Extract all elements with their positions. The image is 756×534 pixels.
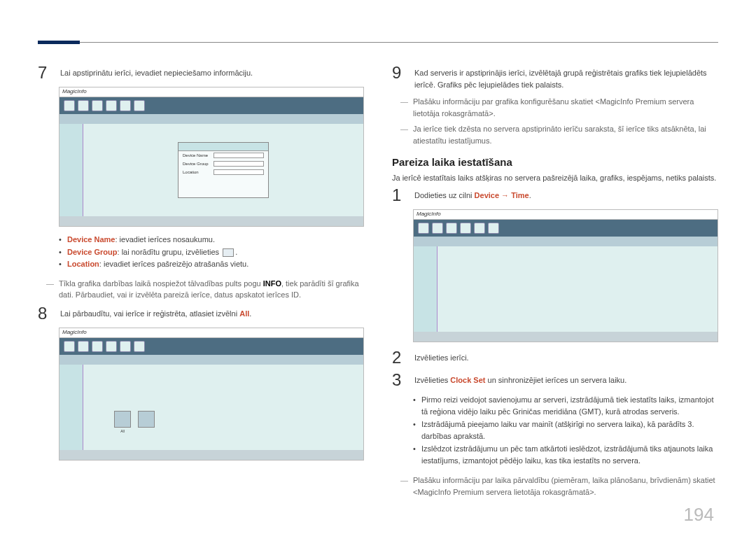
bullet-label: Device Group [67,248,118,256]
toolbar-icon [460,223,471,234]
step-number: 9 [392,64,406,90]
step-text: Lai pārbaudītu, vai ierīce ir reģistrēta… [60,305,364,322]
step-1: 1 Dodieties uz cilni Device → Time. [392,187,718,204]
app-titlebar [59,328,363,338]
toolbar-icon [432,223,443,234]
toolbar-icon [488,223,499,234]
view-icons [114,411,155,428]
note-text: Plašāku informāciju par laika pārvaldību… [413,476,715,496]
step-number: 8 [38,305,52,322]
note-text: Tīkla grafika darbības laikā nospiežot t… [59,279,263,288]
app-statusbar [59,450,363,460]
bullet-text: : lai norādītu grupu, izvēlieties [118,248,222,256]
bullet-item: Izslēdzot izstrādājumu un pēc tam atkārt… [413,443,718,468]
bullet-label: Device Name [67,235,115,244]
note-text: Plašāku informāciju par grafika konfigur… [413,97,694,118]
step-text: Kad serveris ir apstiprinājis ierīci, iz… [414,64,718,90]
app-titlebar [414,210,718,220]
app-toolbar [59,338,363,355]
bullet-item: Device Name: ievadiet ierīces nosaukumu. [59,234,364,246]
app-toolbar [59,97,363,114]
step-highlight: All [239,309,249,318]
toolbar-icon [134,341,145,352]
step-3: 3 Izvēlieties Clock Set un sinhronizējie… [392,372,718,388]
screenshot-device-time [413,209,718,342]
step-text-part: . [529,191,531,199]
field-label: Device Group [183,162,211,166]
step-text-part: Dodieties uz cilni [414,191,475,199]
right-column: 9 Kad serveris ir apstiprinājis ierīci, … [392,64,718,502]
bullet-text: : ievadiet ierīces pašreizējo atrašanās … [99,260,248,268]
bullet-item: Izstrādājumā pieejamo laiku var mainīt (… [413,419,718,443]
bullet-text: : ievadiet ierīces nosaukumu. [115,235,215,244]
dialog-header [178,143,268,151]
app-titlebar [59,87,363,97]
bullet-item: Pirmo reizi veidojot savienojumu ar serv… [413,394,718,419]
step-7: 7 Lai apstiprinātu ierīci, ievadiet nepi… [38,64,364,81]
note-info: Tīkla grafika darbības laikā nospiežot t… [46,278,364,301]
view-all-icon[interactable] [114,411,131,428]
bullet-label: Location [67,260,99,268]
app-statusbar [414,332,718,342]
toolbar-icon [446,223,457,234]
browse-icon[interactable] [223,248,234,257]
approve-dialog: Device Name Device Group Location [178,142,269,198]
dialog-row: Device Name [178,151,268,160]
field-label: Device Name [183,153,211,157]
toolbar-icon [78,100,89,111]
page-header-rule [38,42,718,43]
toolbar-icon [78,341,89,352]
screenshot-device-all: All [59,328,364,461]
app-main: All [83,365,363,450]
step-8: 8 Lai pārbaudītu, vai ierīce ir reģistrē… [38,305,364,322]
app-toolbar [414,220,718,237]
toolbar-icon [418,223,429,234]
bullet-item: Location: ievadiet ierīces pašreizējo at… [59,258,364,271]
content-columns: 7 Lai apstiprinātu ierīci, ievadiet nepi… [38,64,718,502]
note-bold: INFO [263,279,281,288]
time-bullets: Pirmo reizi veidojot savienojumu ar serv… [413,394,718,468]
app-subbar [59,355,363,365]
step-text-part: . [249,309,251,318]
note-time-manual: Plašāku informāciju par laika pārvaldību… [400,475,718,498]
toolbar-icon [106,341,117,352]
page-number: 194 [684,504,714,526]
step-text-part: un sinhronizējiet ierīces un servera lai… [486,376,627,384]
field-bullets: Device Name: ievadiet ierīces nosaukumu.… [59,234,364,271]
field-input[interactable] [214,169,264,175]
step-2: 2 Izvēlieties ierīci. [392,349,718,366]
step-text-part: Lai pārbaudītu, vai ierīce ir reģistrēta… [60,309,239,318]
app-main [438,246,718,332]
app-sidebar [59,124,83,226]
field-label: Location [183,170,211,174]
app-subbar [59,114,363,124]
toolbar-icon [92,341,103,352]
view-icon[interactable] [138,411,155,428]
toolbar-icon [64,100,75,111]
note-manual: Plašāku informāciju par grafika konfigur… [400,96,718,119]
app-sidebar [59,365,83,460]
view-labels: All [114,429,155,433]
app-sidebar [414,246,438,342]
section-sub: Ja ierīcē iestatītais laiks atšķiras no … [392,172,718,184]
step-number: 3 [392,372,406,388]
dialog-row: Location [178,168,268,176]
field-input[interactable] [214,161,264,167]
toolbar-icon [474,223,485,234]
dialog-row: Device Group [178,160,268,168]
toolbar-icon [106,100,117,111]
toolbar-icon [120,341,131,352]
app-statusbar [59,216,363,226]
step-highlight: Device → Time [475,191,529,199]
step-text-part: Izvēlieties [414,376,450,384]
app-subbar [414,237,718,246]
note-reset: Ja ierīce tiek dzēsta no servera apstipr… [400,123,718,146]
step-text: Izvēlieties ierīci. [414,349,718,366]
step-text: Dodieties uz cilni Device → Time. [414,187,718,204]
field-input[interactable] [214,153,264,158]
step-number: 2 [392,349,406,366]
bullet-item: Device Group: lai norādītu grupu, izvēli… [59,246,364,259]
toolbar-icon [92,100,103,111]
section-heading: Pareiza laika iestatīšana [392,156,718,168]
step-text: Lai apstiprinātu ierīci, ievadiet nepiec… [60,64,364,81]
